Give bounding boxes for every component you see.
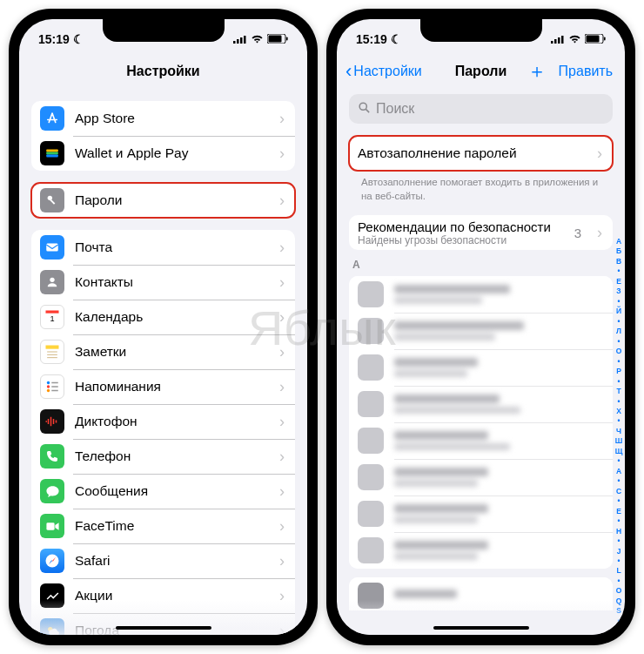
row-contacts[interactable]: Контакты› bbox=[31, 265, 295, 300]
phone-right: 15:19 ☾ ‹ Настройки Пароли ＋ Править bbox=[326, 9, 635, 645]
section-header: A bbox=[349, 250, 613, 274]
row-voice-memos[interactable]: Диктофон› bbox=[31, 404, 295, 439]
chevron-right-icon: › bbox=[279, 587, 285, 605]
note-icon bbox=[40, 340, 64, 364]
svg-rect-1 bbox=[237, 39, 239, 44]
stocks-icon bbox=[40, 583, 64, 608]
chevron-right-icon: › bbox=[279, 378, 285, 396]
svg-rect-14 bbox=[46, 311, 59, 314]
password-item[interactable] bbox=[349, 532, 613, 569]
svg-rect-0 bbox=[233, 41, 236, 44]
site-avatar bbox=[358, 583, 384, 609]
row-label: App Store bbox=[75, 111, 269, 126]
search-input[interactable]: Поиск bbox=[349, 94, 613, 124]
cellular-icon bbox=[233, 32, 247, 46]
password-item[interactable] bbox=[349, 386, 613, 422]
notch bbox=[103, 19, 225, 42]
svg-point-25 bbox=[47, 389, 50, 392]
chevron-right-icon: › bbox=[279, 343, 285, 361]
wallet-icon bbox=[40, 141, 64, 165]
row-label: FaceTime bbox=[75, 518, 269, 534]
site-avatar bbox=[358, 537, 384, 563]
row-label: Пароли bbox=[75, 192, 269, 208]
chevron-right-icon: › bbox=[279, 239, 285, 257]
password-item[interactable] bbox=[349, 349, 613, 386]
chevron-right-icon: › bbox=[279, 145, 285, 163]
password-item[interactable] bbox=[349, 276, 613, 313]
svg-rect-7 bbox=[46, 150, 58, 152]
svg-text:1: 1 bbox=[50, 314, 54, 323]
safari-icon bbox=[40, 549, 64, 573]
svg-rect-5 bbox=[269, 36, 282, 43]
password-item[interactable] bbox=[349, 577, 613, 610]
phone-left: 15:19 ☾ Настройки bbox=[9, 9, 318, 645]
row-label: Телефон bbox=[75, 448, 269, 464]
chevron-right-icon: › bbox=[279, 552, 285, 570]
row-passwords[interactable]: Пароли › bbox=[31, 183, 295, 218]
row-mail[interactable]: Почта› bbox=[31, 230, 295, 265]
row-reminders[interactable]: Напоминания› bbox=[31, 369, 295, 404]
row-weather[interactable]: Погода› bbox=[31, 613, 295, 635]
svg-rect-37 bbox=[587, 36, 600, 43]
svg-rect-8 bbox=[46, 152, 58, 155]
cellular-icon bbox=[551, 32, 565, 46]
back-button[interactable]: ‹ Настройки bbox=[345, 60, 422, 83]
person-icon bbox=[40, 270, 64, 294]
home-indicator[interactable] bbox=[433, 626, 529, 630]
row-notes[interactable]: Заметки› bbox=[31, 334, 295, 369]
row-security-recommendations[interactable]: Рекомендации по безопасности Найдены угр… bbox=[349, 215, 613, 250]
svg-rect-12 bbox=[46, 244, 58, 252]
phone-icon bbox=[40, 444, 64, 469]
password-list bbox=[349, 276, 613, 569]
svg-point-10 bbox=[48, 196, 52, 200]
password-item[interactable] bbox=[349, 313, 613, 349]
group-apps: Почта› Контакты› 1 Календарь› Заметки› bbox=[31, 230, 295, 635]
group-store: App Store › Wallet и Apple Pay › bbox=[31, 101, 295, 171]
site-avatar bbox=[358, 281, 384, 307]
svg-point-13 bbox=[50, 278, 54, 282]
site-avatar bbox=[358, 464, 384, 490]
row-phone[interactable]: Телефон› bbox=[31, 439, 295, 474]
app-store-icon bbox=[40, 106, 64, 131]
svg-point-39 bbox=[359, 103, 366, 110]
row-safari[interactable]: Safari› bbox=[31, 543, 295, 578]
row-stocks[interactable]: Акции› bbox=[31, 578, 295, 613]
row-label: Wallet и Apple Pay bbox=[75, 145, 269, 161]
alphabet-index[interactable]: AБВЕЗЙЛОРТХЧШЩАСЕНJLOQSUXZ# bbox=[614, 237, 624, 621]
do-not-disturb-icon: ☾ bbox=[73, 32, 84, 46]
password-item[interactable] bbox=[349, 422, 613, 459]
row-label: Сообщения bbox=[75, 483, 269, 499]
search-icon bbox=[358, 101, 371, 118]
row-label: Заметки bbox=[75, 344, 269, 360]
row-label: Контакты bbox=[75, 274, 269, 290]
search-placeholder: Поиск bbox=[376, 101, 414, 117]
messages-icon bbox=[40, 479, 64, 503]
chevron-right-icon: › bbox=[597, 145, 602, 163]
row-label: Акции bbox=[75, 588, 269, 603]
wifi-icon bbox=[568, 32, 581, 46]
nav-bar: ‹ Настройки Пароли ＋ Править bbox=[337, 54, 625, 89]
row-wallet[interactable]: Wallet и Apple Pay › bbox=[31, 136, 295, 171]
battery-icon bbox=[585, 32, 606, 46]
site-avatar bbox=[358, 501, 384, 527]
row-app-store[interactable]: App Store › bbox=[31, 101, 295, 136]
home-indicator[interactable] bbox=[116, 626, 211, 630]
row-autofill-passwords[interactable]: Автозаполнение паролей › bbox=[349, 136, 613, 171]
password-list bbox=[349, 577, 613, 610]
nav-bar: Настройки bbox=[19, 54, 307, 89]
chevron-right-icon: › bbox=[279, 448, 285, 466]
chevron-right-icon: › bbox=[279, 273, 285, 292]
chevron-right-icon: › bbox=[597, 224, 602, 242]
row-calendar[interactable]: 1 Календарь› bbox=[31, 300, 295, 334]
add-button[interactable]: ＋ bbox=[527, 58, 547, 84]
svg-rect-9 bbox=[46, 155, 58, 158]
wifi-icon bbox=[251, 32, 264, 46]
password-item[interactable] bbox=[349, 496, 613, 532]
edit-button[interactable]: Править bbox=[559, 64, 613, 79]
row-label: Напоминания bbox=[75, 379, 269, 394]
chevron-right-icon: › bbox=[279, 308, 285, 327]
row-messages[interactable]: Сообщения› bbox=[31, 474, 295, 509]
password-item[interactable] bbox=[349, 459, 613, 496]
row-facetime[interactable]: FaceTime› bbox=[31, 509, 295, 543]
count-badge: 3 bbox=[574, 226, 581, 240]
